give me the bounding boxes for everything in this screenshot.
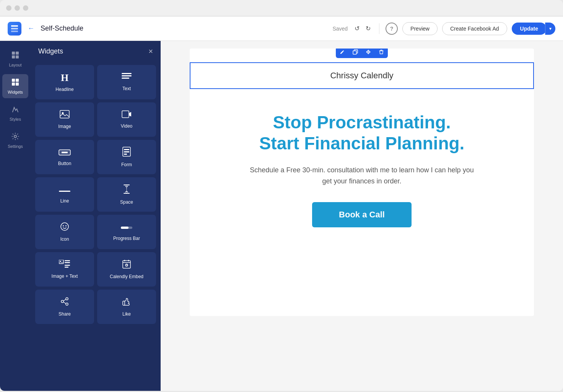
svg-point-25	[61, 223, 68, 230]
update-dropdown-button[interactable]: ▾	[545, 23, 555, 35]
widget-image-text[interactable]: Image + Text	[35, 252, 94, 287]
hero-section: Stop Procrastinating. Start Financial Pl…	[190, 89, 534, 250]
undo-button[interactable]: ↺	[352, 23, 362, 34]
svg-rect-2	[11, 31, 18, 32]
saved-status: Saved	[332, 26, 348, 32]
svg-rect-38	[124, 260, 125, 261]
svg-point-41	[61, 300, 63, 303]
widget-image-text-label: Image + Text	[52, 274, 78, 279]
create-facebook-ad-button[interactable]: Create Facebook Ad	[442, 22, 507, 35]
help-button[interactable]: ?	[386, 23, 398, 35]
widget-calendly[interactable]: Calendly Embed	[97, 252, 156, 287]
widget-space-label: Space	[120, 199, 133, 205]
page-canvas: Chrissy Calendly Stop Procrastinating. S…	[190, 49, 534, 316]
sidebar-item-styles[interactable]: Styles	[2, 101, 28, 125]
sidebar-settings-label: Settings	[8, 144, 23, 149]
svg-point-40	[66, 298, 68, 300]
widgets-grid: H Headline Text	[31, 62, 161, 327]
text-widget-icon	[122, 73, 132, 83]
svg-rect-24	[59, 191, 70, 192]
book-call-button[interactable]: Book a Call	[312, 202, 412, 227]
widget-space[interactable]: Space	[97, 177, 156, 212]
update-button[interactable]: Update	[512, 23, 547, 35]
button-widget-icon	[59, 148, 71, 158]
selected-element-wrapper: Chrissy Calendly	[190, 49, 534, 89]
svg-rect-15	[60, 110, 69, 118]
widget-like[interactable]: Like	[97, 290, 156, 324]
widget-headline[interactable]: H Headline	[35, 65, 94, 99]
toolbar-delete-button[interactable]	[375, 49, 388, 58]
svg-rect-43	[353, 51, 356, 54]
sidebar-item-settings[interactable]: Settings	[2, 128, 28, 152]
svg-rect-33	[65, 262, 70, 263]
widget-icon[interactable]: Icon	[35, 215, 94, 249]
widget-text-label: Text	[122, 86, 131, 91]
widget-headline-label: Headline	[55, 87, 73, 92]
widgets-close-button[interactable]: ×	[148, 47, 153, 56]
svg-rect-29	[121, 227, 129, 229]
toolbar-duplicate-button[interactable]	[349, 49, 362, 58]
svg-point-11	[14, 135, 16, 138]
widget-video-label: Video	[121, 123, 132, 129]
svg-rect-30	[59, 260, 63, 264]
sidebar-item-layout[interactable]: Layout	[2, 47, 28, 71]
svg-rect-4	[16, 52, 19, 55]
widgets-icon	[11, 78, 20, 88]
widget-line[interactable]: Line	[35, 177, 94, 212]
widget-like-label: Like	[122, 311, 131, 317]
widget-icon-label: Icon	[60, 236, 69, 242]
svg-rect-34	[65, 265, 70, 266]
settings-icon	[11, 132, 20, 143]
back-button[interactable]: ←	[26, 23, 36, 34]
canvas-area: Chrissy Calendly Stop Procrastinating. S…	[161, 41, 563, 391]
svg-rect-14	[122, 78, 129, 79]
svg-rect-0	[11, 25, 18, 27]
widget-progress-bar[interactable]: Progress Bar	[97, 215, 156, 249]
headline-element[interactable]: Chrissy Calendly	[190, 62, 534, 89]
svg-rect-32	[65, 260, 70, 261]
widget-text[interactable]: Text	[97, 65, 156, 99]
topbar-divider	[379, 23, 379, 34]
headline-widget-icon: H	[61, 72, 68, 84]
widget-video[interactable]: Video	[97, 102, 156, 137]
app-logo	[8, 22, 21, 36]
sidebar-widgets-label: Widgets	[8, 90, 23, 94]
traffic-light-green	[23, 5, 28, 11]
window-chrome	[0, 0, 563, 16]
toolbar-move-button[interactable]	[362, 49, 375, 58]
space-widget-icon	[122, 184, 131, 196]
line-widget-icon	[59, 185, 70, 195]
widget-share-label: Share	[59, 311, 71, 317]
widget-share[interactable]: Share	[35, 290, 94, 324]
hero-title: Stop Procrastinating. Start Financial Pl…	[220, 112, 503, 154]
hero-title-line2: Start Financial Planning.	[220, 133, 503, 154]
traffic-light-yellow	[15, 5, 20, 11]
widget-image[interactable]: Image	[35, 102, 94, 137]
layout-icon	[11, 51, 20, 61]
svg-rect-6	[16, 55, 19, 58]
toolbar-edit-button[interactable]	[336, 49, 349, 58]
preview-button[interactable]: Preview	[402, 22, 438, 35]
widget-image-label: Image	[58, 124, 71, 129]
main-area: Layout Widgets	[0, 41, 563, 391]
svg-rect-39	[128, 260, 129, 261]
svg-point-26	[63, 225, 64, 227]
svg-point-27	[65, 225, 67, 227]
icon-widget-icon	[60, 222, 69, 233]
svg-rect-9	[12, 83, 15, 86]
svg-rect-12	[122, 73, 132, 74]
sidebar-item-widgets[interactable]: Widgets	[2, 74, 28, 98]
widget-form[interactable]: Form	[97, 140, 156, 174]
form-widget-icon	[122, 147, 131, 159]
svg-rect-22	[124, 151, 129, 152]
hero-subtitle: Schedule a Free 30-min. consultation wit…	[247, 165, 477, 187]
styles-icon	[11, 105, 20, 115]
redo-button[interactable]: ↻	[363, 23, 373, 34]
svg-rect-21	[124, 149, 129, 150]
element-toolbar	[336, 49, 388, 58]
widget-button[interactable]: Button	[35, 140, 94, 174]
like-widget-icon	[122, 297, 131, 308]
traffic-light-red	[6, 5, 11, 11]
svg-point-42	[66, 303, 68, 305]
svg-rect-13	[122, 75, 132, 76]
